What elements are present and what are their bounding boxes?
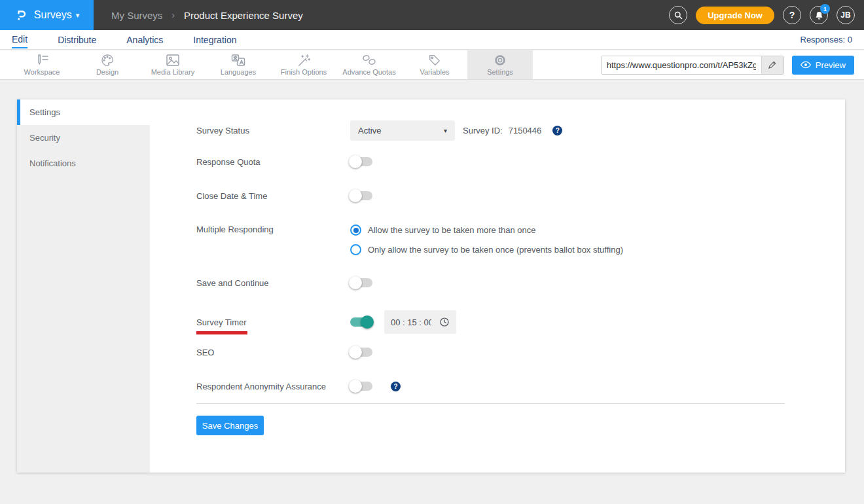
survey-id-help-icon[interactable]: ? bbox=[552, 126, 562, 135]
survey-status-select[interactable]: Active ▾ bbox=[350, 120, 455, 141]
edit-url-button[interactable] bbox=[761, 56, 783, 74]
close-date-time-toggle[interactable] bbox=[350, 191, 372, 200]
edit-toolbar: Workspace Design Media Library Languag bbox=[0, 50, 864, 80]
radio-option-only-once[interactable]: Only allow the survey to be taken once (… bbox=[350, 244, 623, 255]
content-area: Settings Security Notifications Survey S… bbox=[0, 80, 864, 504]
toolbar-item-finish-options[interactable]: Finish Options bbox=[271, 50, 336, 79]
red-annotation-underline bbox=[196, 331, 247, 334]
save-and-continue-toggle[interactable] bbox=[350, 278, 372, 287]
image-icon bbox=[165, 54, 181, 67]
survey-timer-row: Survey Timer bbox=[196, 310, 845, 334]
anonymity-toggle[interactable] bbox=[350, 382, 372, 391]
notifications-button[interactable]: 1 bbox=[810, 6, 828, 24]
close-date-time-label: Close Date & Time bbox=[196, 191, 350, 201]
tab-distribute[interactable]: Distribute bbox=[58, 35, 96, 48]
survey-timer-label: Survey Timer bbox=[196, 317, 350, 327]
breadcrumb-separator-icon: › bbox=[171, 10, 175, 20]
save-and-continue-label: Save and Continue bbox=[196, 278, 350, 288]
page-title: Product Experience Survey bbox=[184, 10, 303, 21]
survey-timer-input[interactable] bbox=[391, 317, 431, 327]
eye-icon bbox=[801, 61, 811, 69]
seo-label: SEO bbox=[196, 348, 350, 357]
workspace-icon bbox=[34, 54, 50, 67]
radio-unselected-icon bbox=[350, 244, 361, 255]
top-header: Surveys ▾ My Surveys › Product Experienc… bbox=[0, 0, 864, 30]
radio-selected-icon bbox=[350, 225, 361, 236]
response-quota-toggle[interactable] bbox=[350, 157, 372, 166]
toolbar-item-design[interactable]: Design bbox=[75, 50, 140, 79]
multiple-responding-options: Allow the survey to be taken more than o… bbox=[350, 223, 623, 255]
chevron-down-icon: ▾ bbox=[444, 127, 447, 134]
questionpro-settings-page: Surveys ▾ My Surveys › Product Experienc… bbox=[0, 0, 864, 504]
toggle-knob bbox=[349, 155, 362, 168]
help-button[interactable]: ? bbox=[783, 6, 801, 24]
app-switcher[interactable]: Surveys ▾ bbox=[0, 0, 94, 30]
tag-icon bbox=[427, 54, 442, 67]
preview-button[interactable]: Preview bbox=[792, 56, 854, 75]
translate-icon bbox=[230, 54, 246, 67]
anonymity-help-icon[interactable]: ? bbox=[391, 382, 401, 391]
anonymity-label: Respondent Anonymity Assurance bbox=[196, 382, 350, 391]
survey-link-group: Preview bbox=[601, 50, 864, 79]
palette-icon bbox=[100, 54, 115, 67]
survey-url-input[interactable] bbox=[602, 60, 761, 70]
survey-id-value: 7150446 bbox=[509, 126, 542, 135]
survey-timer-toggle[interactable] bbox=[350, 317, 372, 327]
response-quota-row: Response Quota bbox=[196, 155, 845, 168]
questionpro-logo-icon bbox=[14, 7, 29, 23]
toolbar-item-media-library[interactable]: Media Library bbox=[140, 50, 206, 79]
seo-toggle[interactable] bbox=[350, 348, 372, 357]
toolbar-item-settings[interactable]: Settings bbox=[467, 50, 533, 79]
toolbar-item-workspace[interactable]: Workspace bbox=[9, 50, 75, 79]
sidebar-item-notifications[interactable]: Notifications bbox=[17, 151, 150, 176]
survey-timer-duration-box bbox=[384, 310, 456, 334]
avatar[interactable]: JB bbox=[837, 6, 855, 24]
settings-sidebar: Settings Security Notifications bbox=[17, 99, 150, 473]
toggle-knob bbox=[349, 346, 362, 359]
search-icon bbox=[674, 10, 683, 20]
save-and-continue-row: Save and Continue bbox=[196, 276, 845, 289]
main-tabs: Edit Distribute Analytics Integration Re… bbox=[0, 30, 864, 50]
chevron-down-icon: ▾ bbox=[76, 11, 80, 20]
close-date-time-row: Close Date & Time bbox=[196, 189, 845, 202]
breadcrumb: My Surveys › Product Experience Survey bbox=[111, 10, 303, 21]
toggle-knob bbox=[361, 315, 374, 329]
sidebar-item-settings[interactable]: Settings bbox=[17, 99, 150, 125]
survey-status-label: Survey Status bbox=[196, 126, 350, 135]
magic-wand-icon bbox=[297, 54, 311, 67]
question-mark-icon: ? bbox=[789, 10, 795, 20]
sidebar-item-security[interactable]: Security bbox=[17, 125, 150, 151]
save-changes-button[interactable]: Save Changes bbox=[196, 416, 264, 435]
settings-card: Settings Security Notifications Survey S… bbox=[17, 99, 845, 473]
survey-url-box bbox=[601, 56, 784, 75]
breadcrumb-my-surveys[interactable]: My Surveys bbox=[111, 10, 162, 21]
seo-row: SEO bbox=[196, 346, 845, 359]
pencil-icon bbox=[768, 60, 777, 69]
tab-integration[interactable]: Integration bbox=[193, 35, 236, 48]
gear-icon bbox=[493, 54, 507, 67]
header-actions: Upgrade Now ? 1 JB bbox=[669, 6, 864, 24]
app-name: Surveys bbox=[34, 9, 72, 21]
toggle-knob bbox=[349, 189, 362, 202]
multiple-responding-row: Multiple Responding Allow the survey to … bbox=[196, 223, 845, 255]
anonymity-row: Respondent Anonymity Assurance ? bbox=[196, 380, 845, 393]
clock-icon bbox=[439, 317, 450, 327]
toggle-knob bbox=[349, 380, 362, 393]
settings-form: Survey Status Active ▾ Survey ID: 715044… bbox=[150, 99, 845, 473]
response-quota-label: Response Quota bbox=[196, 157, 350, 167]
survey-status-row: Survey Status Active ▾ Survey ID: 715044… bbox=[196, 120, 845, 141]
multiple-responding-label: Multiple Responding bbox=[196, 225, 350, 234]
toolbar-item-languages[interactable]: Languages bbox=[206, 50, 271, 79]
search-button[interactable] bbox=[669, 6, 687, 24]
responses-count: Responses: 0 bbox=[801, 35, 853, 45]
form-divider bbox=[196, 403, 785, 404]
upgrade-now-button[interactable]: Upgrade Now bbox=[696, 7, 774, 24]
toolbar-item-advance-quotas[interactable]: Advance Quotas bbox=[336, 50, 402, 79]
tab-edit[interactable]: Edit bbox=[12, 34, 27, 48]
tab-analytics[interactable]: Analytics bbox=[126, 35, 163, 48]
radio-option-allow-multiple[interactable]: Allow the survey to be taken more than o… bbox=[350, 225, 623, 236]
notification-badge: 1 bbox=[820, 4, 830, 14]
survey-id-label: Survey ID: bbox=[463, 126, 503, 135]
toolbar-item-variables[interactable]: Variables bbox=[402, 50, 467, 79]
toggle-knob bbox=[349, 276, 362, 289]
